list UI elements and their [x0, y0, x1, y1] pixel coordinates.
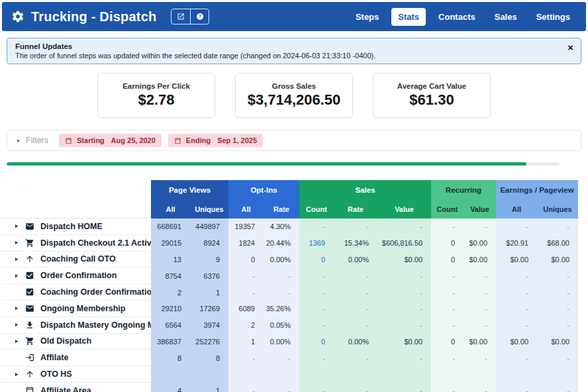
table-cell: - [377, 219, 431, 235]
column-header-earnings-pageview-uniques: Uniques [537, 199, 578, 219]
table-cell: 0.00% [264, 252, 299, 268]
column-header-sales-count: Count [299, 199, 334, 219]
date-badge-ending[interactable]: EndingSep 1, 2025 [168, 134, 263, 147]
stat-card-label: Earnings Per Click [98, 82, 215, 90]
filters-toggle[interactable]: Filters [26, 136, 48, 145]
funnel-step-coaching-call-oto[interactable]: Coaching Call OTO [0, 252, 151, 268]
table-cell: $0.00 [496, 334, 537, 350]
table-cell[interactable]: 0 [299, 334, 334, 350]
chevron-right-icon[interactable] [13, 338, 19, 344]
column-header-opt-ins-rate: Rate [264, 199, 299, 219]
cart-icon [25, 336, 34, 346]
chevron-right-icon[interactable] [13, 256, 19, 262]
table-cell: - [264, 350, 299, 366]
table-cell: 0 [431, 334, 464, 350]
chevron-right-icon[interactable] [13, 273, 19, 279]
navbar: Trucking - Dispatch ? StepsStatsContacts… [2, 2, 586, 31]
funnel-step-dispatch-checkout-2-1-active[interactable]: Dispatch Checkout 2.1 Active [0, 235, 151, 252]
column-group-sales: SalesCountRateValue [299, 180, 431, 219]
chevron-right-icon[interactable] [13, 322, 19, 328]
table-row: Order Confirmation87546376--------- [0, 268, 578, 284]
open-external-button[interactable] [172, 9, 190, 24]
table-cell[interactable]: 0 [299, 252, 334, 268]
column-group-title: Earnings / Pageview [496, 180, 578, 199]
badge-value: Sep 1, 2025 [217, 136, 257, 144]
nav-tab-settings[interactable]: Settings [530, 8, 577, 26]
gear-icon [11, 10, 24, 23]
funnel-step-dispatch-mastery-ongoing-members[interactable]: Dispatch Mastery Ongoing Members... [0, 317, 151, 334]
row-label: Coaching Call OTO [40, 254, 116, 264]
funnel-updates-alert: Funnel Updates The order of funnel steps… [7, 38, 581, 64]
table-body: Dispatch HOME668691449897193574.30%-----… [0, 219, 578, 392]
alert-message: The order of funnel steps was updated wi… [15, 52, 561, 60]
table-cell: 0.00% [264, 334, 299, 350]
table-cell: 13 [151, 252, 190, 268]
table-cell: - [299, 301, 334, 317]
date-filter-badges: StartingAug 25, 2020EndingSep 1, 2025 [59, 134, 263, 147]
nav-tab-stats[interactable]: Stats [391, 8, 426, 26]
table-cell: 29015 [151, 235, 190, 252]
column-header-earnings-pageview-all: All [496, 199, 537, 219]
funnel-step-coaching-order-confirmation[interactable]: Coaching Order Confirmation [0, 284, 151, 301]
table-cell: - [299, 350, 334, 366]
table-cell: - [334, 301, 377, 317]
table-cell: - [431, 268, 464, 284]
column-group-page-views: Page ViewsAllUniques [151, 180, 228, 219]
chevron-right-icon[interactable] [15, 138, 21, 144]
table-cell [264, 366, 299, 383]
row-label: Ongoing Membership [40, 304, 125, 313]
funnel-step-affilate[interactable]: Affilate [0, 350, 151, 366]
chevron-right-icon[interactable] [13, 305, 19, 311]
table-cell: - [334, 383, 377, 392]
nav-tab-contacts[interactable]: Contacts [432, 8, 482, 26]
table-cell: - [299, 317, 334, 334]
funnel-step-affiliate-area[interactable]: Affiliate Area [0, 383, 151, 392]
column-header-sales-rate: Rate [334, 199, 377, 219]
chevron-right-icon[interactable] [13, 240, 19, 246]
table-cell: 1 [190, 383, 228, 392]
table-cell: - [228, 350, 264, 366]
table-cell: $68.00 [537, 235, 578, 252]
table-cell: 20.44% [264, 235, 299, 252]
funnel-step-ongoing-membership[interactable]: Ongoing Membership [0, 301, 151, 317]
table-cell: 668691 [151, 219, 190, 235]
table-cell: - [496, 317, 537, 334]
row-label: Dispatch Mastery Ongoing Members... [40, 320, 151, 330]
chevron-right-icon[interactable] [13, 371, 19, 377]
table-cell: - [464, 219, 496, 235]
column-header-sales-value: Value [377, 199, 431, 219]
table-cell: 8754 [151, 268, 190, 284]
table-cell: - [334, 350, 377, 366]
table-cell[interactable]: 1369 [299, 235, 334, 252]
nav-tabs: StepsStatsContactsSalesSettings [349, 8, 577, 26]
cart-icon [25, 238, 34, 248]
progress-bar-fill [7, 162, 526, 166]
row-label: Affiliate Area [40, 386, 91, 392]
alert-title: Funnel Updates [15, 42, 561, 50]
check-square-icon [25, 287, 34, 297]
table-cell: - [537, 219, 578, 235]
funnel-step-oto-hs[interactable]: OTO HS [0, 366, 151, 383]
close-icon[interactable]: × [567, 42, 573, 52]
table-cell: 3974 [190, 317, 228, 334]
nav-tab-sales[interactable]: Sales [488, 8, 524, 26]
funnel-step-old-dispatch[interactable]: Old Dispatch [0, 334, 151, 350]
nav-tab-steps[interactable]: Steps [349, 8, 385, 26]
table-cell: 1824 [228, 235, 264, 252]
chevron-right-icon[interactable] [13, 223, 19, 229]
calendar-icon [25, 386, 34, 392]
envelope-icon [25, 304, 34, 313]
stat-card-label: Gross Sales [236, 82, 352, 90]
table-cell: 2 [228, 317, 264, 334]
column-header-recurring-value: Value [464, 199, 496, 219]
date-badge-starting[interactable]: StartingAug 25, 2020 [59, 134, 162, 147]
table-cell: 252276 [190, 334, 228, 350]
app-title: Trucking - Dispatch [31, 9, 156, 24]
table-row: Coaching Call OTO13900.00%00.00%$0.000$0… [0, 252, 578, 268]
progress-bar [7, 162, 560, 166]
row-label: Affilate [40, 353, 68, 362]
check-square-icon [25, 271, 34, 280]
funnel-step-order-confirmation[interactable]: Order Confirmation [0, 268, 151, 284]
help-button[interactable]: ? [190, 9, 209, 24]
funnel-step-dispatch-home[interactable]: Dispatch HOME [0, 219, 151, 235]
